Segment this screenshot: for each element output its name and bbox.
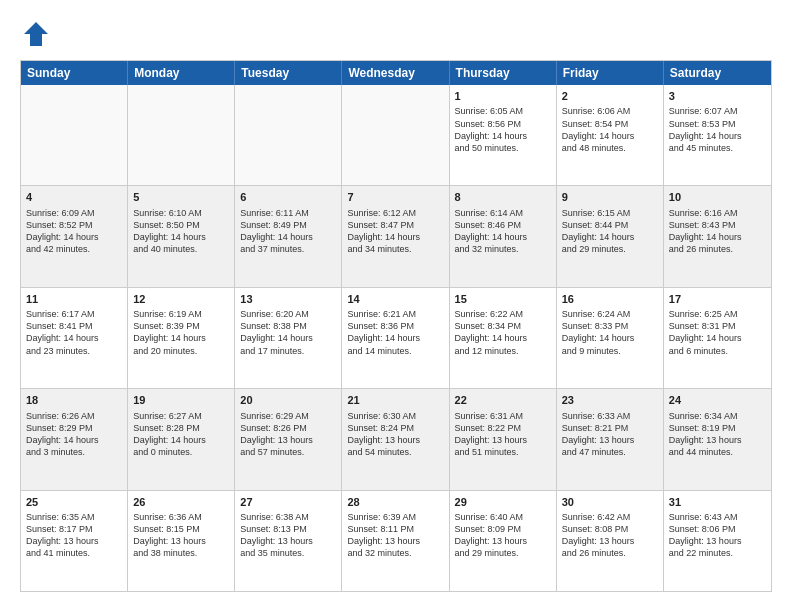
day-number: 3	[669, 89, 766, 104]
cell-info: Daylight: 14 hours	[669, 332, 766, 344]
cell-info: Sunrise: 6:34 AM	[669, 410, 766, 422]
cell-info: Sunset: 8:44 PM	[562, 219, 658, 231]
day-number: 22	[455, 393, 551, 408]
calendar-cell: 18Sunrise: 6:26 AMSunset: 8:29 PMDayligh…	[21, 389, 128, 489]
cell-info: and 47 minutes.	[562, 446, 658, 458]
cell-info: Daylight: 14 hours	[455, 231, 551, 243]
day-number: 9	[562, 190, 658, 205]
cell-info: Sunrise: 6:40 AM	[455, 511, 551, 523]
calendar-row: 1Sunrise: 6:05 AMSunset: 8:56 PMDaylight…	[21, 85, 771, 186]
calendar-row: 4Sunrise: 6:09 AMSunset: 8:52 PMDaylight…	[21, 186, 771, 287]
calendar-row: 11Sunrise: 6:17 AMSunset: 8:41 PMDayligh…	[21, 288, 771, 389]
calendar-header-cell: Thursday	[450, 61, 557, 85]
calendar-cell: 11Sunrise: 6:17 AMSunset: 8:41 PMDayligh…	[21, 288, 128, 388]
cell-info: and 41 minutes.	[26, 547, 122, 559]
svg-marker-0	[24, 22, 48, 46]
cell-info: Daylight: 14 hours	[347, 231, 443, 243]
cell-info: Sunrise: 6:36 AM	[133, 511, 229, 523]
calendar-cell: 4Sunrise: 6:09 AMSunset: 8:52 PMDaylight…	[21, 186, 128, 286]
cell-info: Daylight: 14 hours	[455, 332, 551, 344]
cell-info: Daylight: 13 hours	[562, 434, 658, 446]
cell-info: Sunrise: 6:39 AM	[347, 511, 443, 523]
cell-info: and 35 minutes.	[240, 547, 336, 559]
cell-info: Sunset: 8:36 PM	[347, 320, 443, 332]
cell-info: Daylight: 13 hours	[669, 434, 766, 446]
day-number: 19	[133, 393, 229, 408]
cell-info: Sunrise: 6:22 AM	[455, 308, 551, 320]
calendar-header-cell: Saturday	[664, 61, 771, 85]
cell-info: and 51 minutes.	[455, 446, 551, 458]
calendar-row: 18Sunrise: 6:26 AMSunset: 8:29 PMDayligh…	[21, 389, 771, 490]
day-number: 30	[562, 495, 658, 510]
cell-info: Sunrise: 6:33 AM	[562, 410, 658, 422]
cell-info: Sunset: 8:09 PM	[455, 523, 551, 535]
calendar-cell: 9Sunrise: 6:15 AMSunset: 8:44 PMDaylight…	[557, 186, 664, 286]
calendar-cell: 29Sunrise: 6:40 AMSunset: 8:09 PMDayligh…	[450, 491, 557, 591]
cell-info: Daylight: 14 hours	[455, 130, 551, 142]
cell-info: Daylight: 14 hours	[133, 332, 229, 344]
cell-info: Sunrise: 6:38 AM	[240, 511, 336, 523]
calendar-cell: 28Sunrise: 6:39 AMSunset: 8:11 PMDayligh…	[342, 491, 449, 591]
header	[20, 20, 772, 48]
calendar-cell: 6Sunrise: 6:11 AMSunset: 8:49 PMDaylight…	[235, 186, 342, 286]
cell-info: Daylight: 14 hours	[669, 130, 766, 142]
cell-info: Sunset: 8:43 PM	[669, 219, 766, 231]
cell-info: and 34 minutes.	[347, 243, 443, 255]
cell-info: and 20 minutes.	[133, 345, 229, 357]
day-number: 31	[669, 495, 766, 510]
calendar-cell: 30Sunrise: 6:42 AMSunset: 8:08 PMDayligh…	[557, 491, 664, 591]
calendar-cell	[342, 85, 449, 185]
cell-info: Sunset: 8:49 PM	[240, 219, 336, 231]
cell-info: Daylight: 13 hours	[240, 434, 336, 446]
cell-info: Sunset: 8:56 PM	[455, 118, 551, 130]
cell-info: and 45 minutes.	[669, 142, 766, 154]
calendar-cell: 26Sunrise: 6:36 AMSunset: 8:15 PMDayligh…	[128, 491, 235, 591]
cell-info: Sunrise: 6:12 AM	[347, 207, 443, 219]
calendar-header-cell: Tuesday	[235, 61, 342, 85]
day-number: 29	[455, 495, 551, 510]
cell-info: and 0 minutes.	[133, 446, 229, 458]
day-number: 13	[240, 292, 336, 307]
cell-info: Sunrise: 6:31 AM	[455, 410, 551, 422]
calendar-row: 25Sunrise: 6:35 AMSunset: 8:17 PMDayligh…	[21, 491, 771, 591]
cell-info: and 14 minutes.	[347, 345, 443, 357]
cell-info: Sunset: 8:11 PM	[347, 523, 443, 535]
calendar-cell: 20Sunrise: 6:29 AMSunset: 8:26 PMDayligh…	[235, 389, 342, 489]
cell-info: Daylight: 14 hours	[26, 231, 122, 243]
cell-info: Daylight: 14 hours	[26, 332, 122, 344]
calendar-cell: 16Sunrise: 6:24 AMSunset: 8:33 PMDayligh…	[557, 288, 664, 388]
day-number: 24	[669, 393, 766, 408]
day-number: 1	[455, 89, 551, 104]
day-number: 16	[562, 292, 658, 307]
cell-info: Sunset: 8:06 PM	[669, 523, 766, 535]
cell-info: and 57 minutes.	[240, 446, 336, 458]
calendar-cell: 24Sunrise: 6:34 AMSunset: 8:19 PMDayligh…	[664, 389, 771, 489]
cell-info: and 9 minutes.	[562, 345, 658, 357]
cell-info: and 32 minutes.	[455, 243, 551, 255]
cell-info: Sunrise: 6:16 AM	[669, 207, 766, 219]
calendar-cell: 2Sunrise: 6:06 AMSunset: 8:54 PMDaylight…	[557, 85, 664, 185]
day-number: 25	[26, 495, 122, 510]
cell-info: Sunset: 8:22 PM	[455, 422, 551, 434]
calendar-header-cell: Sunday	[21, 61, 128, 85]
calendar-cell	[128, 85, 235, 185]
cell-info: Sunset: 8:50 PM	[133, 219, 229, 231]
cell-info: Daylight: 14 hours	[240, 231, 336, 243]
calendar-cell	[235, 85, 342, 185]
calendar-header-cell: Monday	[128, 61, 235, 85]
day-number: 21	[347, 393, 443, 408]
day-number: 18	[26, 393, 122, 408]
calendar-cell: 13Sunrise: 6:20 AMSunset: 8:38 PMDayligh…	[235, 288, 342, 388]
calendar-cell: 23Sunrise: 6:33 AMSunset: 8:21 PMDayligh…	[557, 389, 664, 489]
day-number: 5	[133, 190, 229, 205]
cell-info: Sunset: 8:31 PM	[669, 320, 766, 332]
cell-info: and 3 minutes.	[26, 446, 122, 458]
cell-info: Daylight: 14 hours	[562, 231, 658, 243]
cell-info: Sunrise: 6:26 AM	[26, 410, 122, 422]
calendar-cell: 10Sunrise: 6:16 AMSunset: 8:43 PMDayligh…	[664, 186, 771, 286]
cell-info: Sunrise: 6:43 AM	[669, 511, 766, 523]
cell-info: Sunset: 8:21 PM	[562, 422, 658, 434]
day-number: 6	[240, 190, 336, 205]
cell-info: and 44 minutes.	[669, 446, 766, 458]
cell-info: Sunset: 8:41 PM	[26, 320, 122, 332]
